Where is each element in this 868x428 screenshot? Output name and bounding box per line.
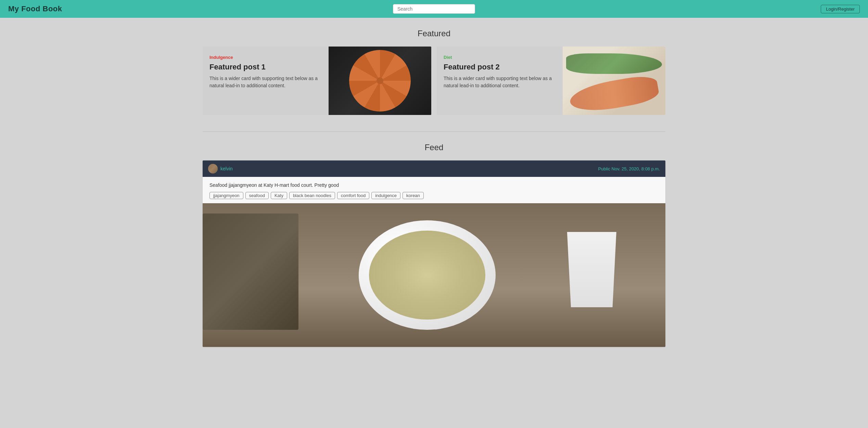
featured-card-2-desc: This is a wider card with supporting tex…: [444, 75, 556, 89]
featured-card-1: Indulgence Featured post 1 This is a wid…: [203, 47, 431, 115]
tray-background: [203, 213, 298, 330]
featured-card-2: Diet Featured post 2 This is a wider car…: [437, 47, 665, 115]
avatar-image: [208, 164, 218, 173]
feed-visibility: Public: [598, 166, 610, 171]
feed-post-card: kelvin Public Nov. 25, 2020, 8:08 p.m. S…: [203, 160, 665, 347]
feed-card-user: kelvin: [208, 164, 233, 173]
search-wrapper: [393, 4, 475, 14]
featured-card-1-text: Indulgence Featured post 1 This is a wid…: [203, 47, 329, 115]
featured-card-1-category: Indulgence: [209, 55, 322, 60]
navbar: My Food Book Login/Register: [0, 0, 868, 18]
feed-tag[interactable]: black bean noodles: [289, 192, 335, 199]
avatar: [208, 164, 218, 173]
featured-card-1-desc: This is a wider card with supporting tex…: [209, 75, 322, 89]
bowl-scene: [203, 203, 665, 347]
feed-section: Feed kelvin Public Nov. 25, 2020, 8:08 p…: [203, 143, 665, 347]
feed-card-header: kelvin Public Nov. 25, 2020, 8:08 p.m.: [203, 160, 665, 177]
cup-shape: [564, 232, 619, 307]
featured-card-2-category: Diet: [444, 55, 556, 60]
featured-card-2-text: Diet Featured post 2 This is a wider car…: [437, 47, 563, 115]
pizza-circle: [349, 50, 411, 112]
feed-section-title: Feed: [203, 143, 665, 152]
cup-container: [564, 232, 619, 307]
feed-tag[interactable]: indulgence: [371, 192, 400, 199]
search-input[interactable]: [393, 4, 475, 14]
bowl-outer: [359, 220, 496, 330]
feed-post-image: [203, 203, 665, 347]
feed-tag[interactable]: jjajangmyeon: [209, 192, 243, 199]
featured-card-1-image: [329, 47, 431, 115]
feed-tag[interactable]: seafood: [245, 192, 269, 199]
salmon-greens: [566, 53, 662, 74]
feed-timestamp: Nov. 25, 2020, 8:08 p.m.: [612, 166, 660, 171]
login-button[interactable]: Login/Register: [821, 5, 860, 13]
feed-meta: Public Nov. 25, 2020, 8:08 p.m.: [598, 166, 660, 171]
feed-tag[interactable]: Katy: [271, 192, 287, 199]
feed-username[interactable]: kelvin: [220, 166, 233, 171]
featured-section-title: Featured: [203, 29, 665, 38]
salmon-image: [563, 47, 665, 115]
section-divider: [203, 131, 665, 132]
bowl-container: [359, 220, 496, 330]
pizza-image: [329, 47, 431, 115]
featured-card-2-title: Featured post 2: [444, 63, 556, 72]
brand-title: My Food Book: [8, 4, 62, 13]
feed-caption: Seafood jjajangmyeon at Katy H-mart food…: [209, 182, 659, 188]
feed-tag[interactable]: korean: [403, 192, 424, 199]
feed-tags: jjajangmyeonseafoodKatyblack bean noodle…: [209, 192, 659, 199]
feed-tag[interactable]: comfort food: [337, 192, 369, 199]
main-content: Featured Indulgence Featured post 1 This…: [194, 18, 674, 358]
featured-grid: Indulgence Featured post 1 This is a wid…: [203, 47, 665, 115]
featured-card-1-title: Featured post 1: [209, 63, 322, 72]
feed-card-body: Seafood jjajangmyeon at Katy H-mart food…: [203, 177, 665, 203]
featured-card-2-image: [563, 47, 665, 115]
bowl-noodles: [369, 231, 485, 320]
pizza-center: [376, 77, 383, 84]
